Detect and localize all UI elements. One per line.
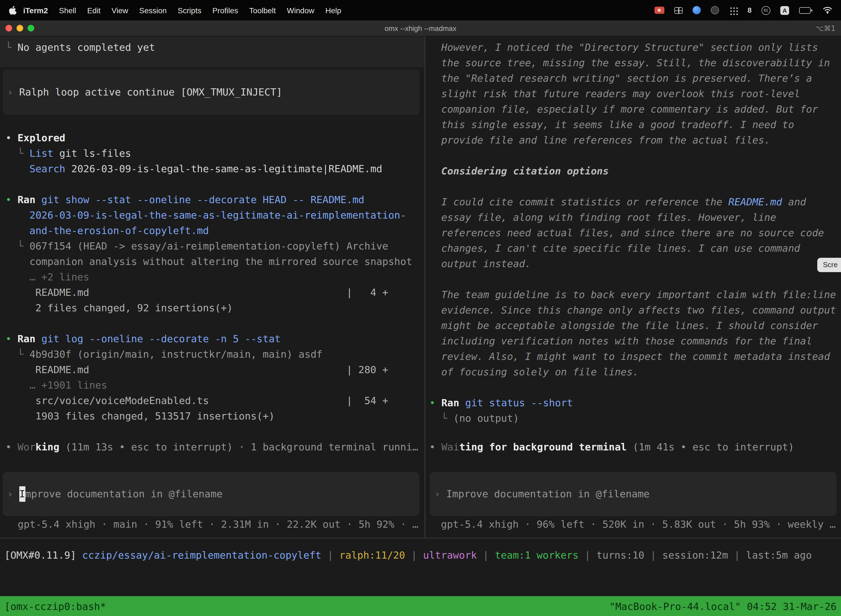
terminal-line: └ (no output) bbox=[429, 411, 836, 426]
terminal-line: [OMX#0.11.9] cczip/essay/ai-reimplementa… bbox=[4, 547, 812, 563]
prompt-chevron: › bbox=[7, 486, 19, 502]
terminal-line: companion analysis without altering the … bbox=[6, 254, 412, 269]
window-shortcut-badge: ⌥⌘1 bbox=[815, 24, 835, 32]
terminal-line: of focusing solely on file lines. bbox=[429, 364, 836, 380]
omx-status-bar: [OMX#0.11.9] cczip/essay/ai-reimplementa… bbox=[4, 547, 812, 563]
terminal-line: README.md | 280 + bbox=[6, 362, 412, 378]
input-placeholder-text: mprove documentation in @filename bbox=[25, 486, 223, 502]
terminal-window: └ No agents completed yet › Ralph loop a… bbox=[0, 37, 841, 616]
terminal-line bbox=[429, 380, 836, 395]
terminal-line: • Explored bbox=[6, 130, 412, 146]
left-terminal-pane[interactable]: └ No agents completed yet › Ralph loop a… bbox=[0, 37, 424, 538]
terminal-line: README.md | 4 + bbox=[6, 285, 412, 300]
terminal-line: companion file, especially if more comme… bbox=[429, 101, 836, 117]
terminal-line: src/voice/voiceModeEnabled.ts | 54 + bbox=[6, 393, 412, 408]
menubar-item-edit[interactable]: Edit bbox=[82, 6, 106, 15]
wifi-icon[interactable] bbox=[823, 7, 832, 14]
digit-8-icon[interactable]: 8 bbox=[748, 6, 752, 14]
dark-app-icon[interactable] bbox=[711, 6, 719, 14]
right-terminal-pane[interactable]: However, I noticed the "Directory Struct… bbox=[425, 37, 841, 538]
apple-menu-icon[interactable] bbox=[9, 6, 16, 15]
terminal-line: the "Related research writing" section i… bbox=[429, 70, 836, 86]
right-agent-log: However, I noticed the "Directory Struct… bbox=[429, 40, 836, 426]
terminal-line: Considering citation options bbox=[429, 163, 836, 179]
window-titlebar[interactable]: omx --xhigh --madmax ⌥⌘1 bbox=[0, 21, 841, 37]
menubar-item-view[interactable]: View bbox=[106, 6, 133, 15]
terminal-line: └ No agents completed yet bbox=[6, 40, 155, 55]
banner-text: Ralph loop active continue [OMX_TMUX_INJ… bbox=[19, 84, 282, 100]
terminal-line bbox=[429, 271, 836, 287]
terminal-line: 2 files changed, 92 insertions(+) bbox=[6, 300, 412, 316]
left-activity-status: • Working (11m 13s • esc to interrupt) ·… bbox=[6, 439, 418, 455]
terminal-line: … +2 lines bbox=[6, 269, 412, 285]
terminal-line: and-the-erosion-of-copyleft.md bbox=[6, 223, 412, 238]
menubar-item-toolbelt[interactable]: Toolbelt bbox=[244, 6, 281, 15]
recording-dot-icon bbox=[658, 9, 661, 12]
gauge-icon[interactable]: 61 bbox=[762, 6, 771, 15]
recording-indicator-icon[interactable] bbox=[655, 7, 664, 14]
terminal-line: the source tree, missing the essay. Stil… bbox=[429, 55, 836, 70]
terminal-line: └ 067f154 (HEAD -> essay/ai-reimplementa… bbox=[6, 238, 412, 254]
terminal-line: evidence. Since this change only affects… bbox=[429, 302, 836, 318]
terminal-line: • Waiting for background terminal (1m 41… bbox=[429, 439, 794, 455]
screen-edge-button[interactable]: Scre bbox=[818, 258, 841, 272]
terminal-line: The team guideline is to back every impo… bbox=[429, 287, 836, 302]
right-model-status: gpt-5.4 xhigh · 96% left · 520K in · 5.8… bbox=[441, 517, 836, 532]
terminal-line: • Working (11m 13s • esc to interrupt) ·… bbox=[6, 439, 418, 455]
grid-dots-icon[interactable] bbox=[729, 6, 738, 15]
agents-status-lines: └ No agents completed yet bbox=[6, 40, 155, 55]
menubar-item-scripts[interactable]: Scripts bbox=[172, 6, 207, 15]
battery-body bbox=[799, 7, 811, 13]
terminal-line: this single essay, it seems like a good … bbox=[429, 117, 836, 132]
close-button[interactable] bbox=[6, 25, 12, 31]
terminal-line: Search 2026-03-09-is-legal-the-same-as-l… bbox=[6, 161, 412, 177]
left-prompt-input[interactable]: › Improve documentation in @filename bbox=[3, 472, 419, 516]
terminal-line: might be acceptable alongside the file l… bbox=[429, 318, 836, 333]
terminal-line: └ 4b9d30f (origin/main, instructkr/main,… bbox=[6, 347, 412, 362]
right-prompt-input[interactable]: › Improve documentation in @filename bbox=[430, 472, 837, 516]
battery-tip bbox=[811, 9, 812, 11]
left-model-status: gpt-5.4 xhigh · main · 91% left · 2.31M … bbox=[18, 517, 418, 532]
tmux-session-label: [omx-cczip0:bash* bbox=[4, 600, 106, 612]
terminal-line bbox=[429, 148, 836, 163]
input-source-icon[interactable]: A bbox=[780, 6, 789, 15]
menubar-item-help[interactable]: Help bbox=[320, 6, 347, 15]
terminal-line: review. Also, I might want to inspect th… bbox=[429, 349, 836, 364]
terminal-line bbox=[6, 316, 412, 331]
window-tiles-icon[interactable] bbox=[674, 7, 683, 13]
terminal-line bbox=[6, 177, 412, 192]
terminal-line: including verification notes with those … bbox=[429, 333, 836, 349]
screen: iTerm2ShellEditViewSessionScriptsProfile… bbox=[0, 0, 841, 616]
status-divider-line bbox=[0, 538, 841, 539]
banner-chevron: › bbox=[7, 84, 19, 100]
minimize-button[interactable] bbox=[16, 25, 23, 31]
terminal-line: 2026-03-09-is-legal-the-same-as-legitima… bbox=[6, 208, 412, 223]
terminal-line bbox=[429, 179, 836, 194]
prompt-chevron: › bbox=[434, 486, 446, 502]
text-cursor: I bbox=[19, 486, 25, 502]
menubar-item-iterm2[interactable]: iTerm2 bbox=[18, 6, 54, 15]
battery-icon[interactable] bbox=[799, 7, 813, 13]
terminal-line: provide file and line references from th… bbox=[429, 132, 836, 148]
right-activity-status: • Waiting for background terminal (1m 41… bbox=[429, 439, 794, 455]
menubar-item-profiles[interactable]: Profiles bbox=[207, 6, 244, 15]
ralph-loop-banner: › Ralph loop active continue [OMX_TMUX_I… bbox=[3, 70, 419, 115]
terminal-line: changes, I can't cite specific file line… bbox=[429, 241, 836, 256]
left-agent-log: • Explored └ List git ls-files Search 20… bbox=[6, 130, 412, 424]
terminal-line: output instead. bbox=[429, 256, 836, 271]
terminal-line: references need actual files, and since … bbox=[429, 225, 836, 241]
tmux-status-bar: [omx-cczip0:bash* "MacBook-Pro-44.local"… bbox=[0, 596, 841, 616]
zoom-button[interactable] bbox=[28, 25, 34, 31]
input-placeholder-text: Improve documentation in @filename bbox=[446, 486, 649, 502]
tmux-host-clock: "MacBook-Pro-44.local" 04:52 31-Mar-26 bbox=[609, 600, 837, 612]
macos-menubar: iTerm2ShellEditViewSessionScriptsProfile… bbox=[0, 0, 841, 21]
menubar-item-shell[interactable]: Shell bbox=[54, 6, 82, 15]
window-title: omx --xhigh --madmax bbox=[385, 24, 456, 32]
menubar-item-window[interactable]: Window bbox=[281, 6, 320, 15]
menubar-status-icons: 8 61 A bbox=[655, 6, 832, 15]
blue-app-icon[interactable] bbox=[693, 6, 701, 14]
terminal-line: • Ran git log --oneline --decorate -n 5 … bbox=[6, 331, 412, 347]
terminal-line: └ List git ls-files bbox=[6, 146, 412, 161]
menubar-item-session[interactable]: Session bbox=[133, 6, 172, 15]
terminal-line: • Ran git status --short bbox=[429, 395, 836, 411]
